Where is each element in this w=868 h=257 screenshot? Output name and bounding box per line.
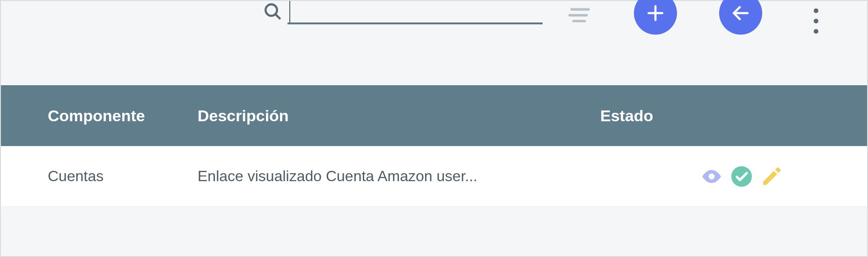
more-dot bbox=[814, 29, 818, 34]
text-cursor bbox=[289, 1, 290, 22]
plus-icon bbox=[645, 3, 666, 23]
check-circle-icon[interactable] bbox=[730, 165, 753, 188]
app-container: Componente Descripción Estado Cuentas En… bbox=[0, 0, 868, 257]
svg-rect-2 bbox=[570, 8, 590, 10]
search-input[interactable] bbox=[287, 1, 543, 24]
table-header: Componente Descripción Estado bbox=[1, 85, 867, 146]
row-actions bbox=[600, 165, 820, 188]
toolbar bbox=[1, 1, 867, 85]
svg-point-9 bbox=[731, 166, 752, 187]
arrow-left-icon bbox=[730, 3, 751, 23]
pencil-icon[interactable] bbox=[760, 165, 783, 188]
more-dot bbox=[814, 8, 818, 13]
cell-descripcion: Enlace visualizado Cuenta Amazon user... bbox=[198, 168, 600, 185]
cell-componente: Cuentas bbox=[48, 168, 198, 185]
col-header-descripcion: Descripción bbox=[198, 107, 600, 125]
svg-point-0 bbox=[265, 4, 277, 16]
more-dot bbox=[814, 19, 818, 23]
svg-rect-4 bbox=[572, 20, 586, 22]
svg-rect-3 bbox=[568, 14, 588, 16]
more-vertical-icon[interactable] bbox=[814, 8, 818, 34]
col-header-componente: Componente bbox=[48, 107, 198, 125]
table-row[interactable]: Cuentas Enlace visualizado Cuenta Amazon… bbox=[1, 146, 867, 207]
svg-line-1 bbox=[276, 15, 280, 19]
search-field bbox=[263, 1, 543, 24]
search-icon bbox=[263, 2, 283, 22]
col-header-estado: Estado bbox=[600, 107, 820, 125]
menu-lines-icon[interactable] bbox=[568, 6, 592, 24]
add-button[interactable] bbox=[634, 0, 677, 35]
eye-icon[interactable] bbox=[700, 165, 723, 188]
back-button[interactable] bbox=[719, 0, 762, 35]
svg-point-8 bbox=[709, 173, 715, 179]
